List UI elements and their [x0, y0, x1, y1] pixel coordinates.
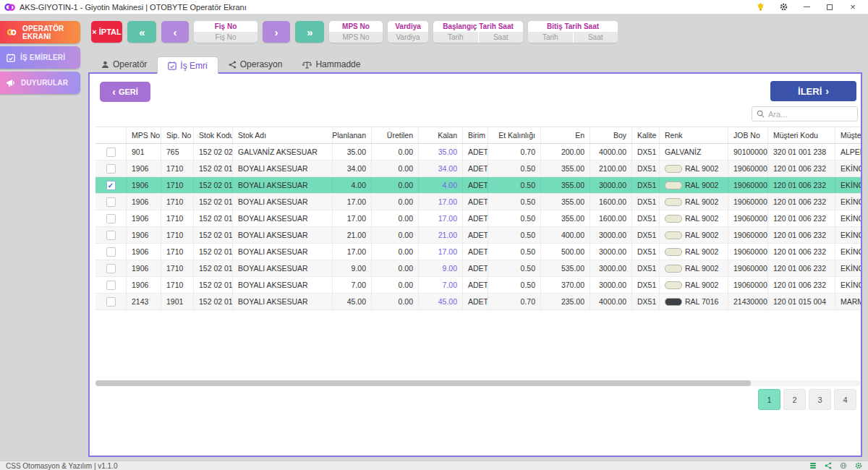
cell-boy: 4000.00 — [590, 294, 632, 309]
table-row[interactable]: ✓19061710152 02 01 001BOYALI AKSESUAR4.0… — [95, 177, 861, 194]
row-checkbox[interactable] — [106, 164, 116, 174]
gear-icon[interactable] — [855, 462, 862, 469]
color-swatch — [665, 248, 682, 256]
theme-bulb-icon[interactable] — [755, 2, 765, 12]
cell-et-kalinligi: 0.70 — [488, 144, 541, 160]
cell-kalan: 35.00 — [419, 144, 463, 160]
tab-operator[interactable]: Operatör — [91, 56, 157, 72]
chevron-left-icon: ‹ — [112, 87, 116, 97]
cell-birim: ADET — [463, 260, 488, 276]
layers-icon[interactable] — [809, 462, 817, 469]
start-datetime-label: Başlangıç Tarih Saat — [433, 21, 523, 32]
vardiya-input[interactable] — [388, 32, 428, 43]
table-row[interactable]: 19061710152 02 01 001BOYALI AKSESUAR17.0… — [95, 194, 861, 210]
row-checkbox[interactable] — [106, 231, 116, 240]
cell-musteri-kodu: 120 01 006 232 — [768, 210, 835, 226]
logo-icon — [7, 28, 17, 36]
cell-et-kalinligi: 0.50 — [488, 161, 541, 176]
col-header-musteri-kodu[interactable]: Müşteri Kodu — [768, 127, 835, 143]
page-button-4[interactable]: 4 — [834, 389, 856, 410]
col-header-kalan[interactable]: Kalan — [419, 127, 463, 143]
end-date-input[interactable] — [528, 32, 573, 43]
table-row[interactable]: 19061710152 02 01 001BOYALI AKSESUAR7.00… — [95, 277, 861, 294]
cell-kalite: DX51 — [632, 227, 660, 243]
page-button-1[interactable]: 1 — [758, 389, 780, 410]
col-header-renk[interactable]: Renk — [660, 127, 728, 143]
cell-et-kalinligi: 0.70 — [488, 294, 541, 309]
table-row[interactable]: 901765152 02 02 001GALVANİZ AKSESUAR35.0… — [95, 144, 861, 161]
cell-stok-adi: BOYALI AKSESUAR — [233, 277, 333, 293]
share-nodes-icon[interactable] — [825, 462, 832, 469]
row-checkbox[interactable] — [106, 148, 116, 157]
col-header-stok-adi[interactable]: Stok Adı — [233, 127, 333, 143]
cell-planlanan: 7.00 — [333, 277, 372, 293]
cell-select: ✓ — [95, 177, 127, 193]
start-time-input[interactable] — [479, 32, 524, 43]
maximize-button[interactable] — [825, 2, 835, 12]
table-row[interactable]: 19061710152 02 01 001BOYALI AKSESUAR17.0… — [95, 210, 861, 227]
col-header-sip-no[interactable]: Sip. No — [161, 127, 194, 143]
cancel-button[interactable]: ×İPTAL — [91, 21, 122, 43]
back-button[interactable]: ‹ GERİ — [100, 82, 150, 102]
col-header-kalite[interactable]: Kalite — [632, 127, 660, 143]
row-checkbox[interactable] — [106, 247, 116, 257]
cell-stok-adi: BOYALI AKSESUAR — [233, 210, 333, 226]
horizontal-scrollbar-thumb[interactable] — [95, 380, 751, 386]
col-header-en[interactable]: En — [541, 127, 590, 143]
cell-stok-adi: BOYALI AKSESUAR — [233, 294, 333, 309]
cell-kalan: 7.00 — [419, 277, 463, 293]
tab-operasyon[interactable]: Operasyon — [218, 56, 293, 72]
col-header-birim[interactable]: Birim — [463, 127, 488, 143]
row-checkbox[interactable] — [106, 297, 116, 307]
page-button-2[interactable]: 2 — [783, 389, 806, 410]
table-row[interactable]: 21431901152 02 01 001BOYALI AKSESUAR45.0… — [95, 294, 861, 310]
next-label: İLERİ — [798, 86, 822, 97]
fis-no-input[interactable] — [194, 32, 258, 43]
tab-is-emri[interactable]: İş Emri — [157, 56, 218, 74]
nav-first-button[interactable]: « — [127, 21, 156, 43]
col-header-stok-kodu[interactable]: Stok Kodu — [194, 127, 233, 143]
col-header-et-kalinligi[interactable]: Et Kalınlığı — [488, 127, 541, 143]
cell-select — [95, 294, 127, 309]
cell-planlanan: 17.00 — [333, 194, 372, 210]
table-row[interactable]: 19061710152 02 01 001BOYALI AKSESUAR34.0… — [95, 161, 861, 177]
nav-prev-button[interactable]: ‹ — [161, 21, 189, 43]
col-header-job-no[interactable]: JOB No — [728, 127, 768, 143]
table-row[interactable]: 19061710152 02 01 001BOYALI AKSESUAR9.00… — [95, 260, 861, 277]
cell-kalan: 45.00 — [419, 294, 463, 309]
col-header-boy[interactable]: Boy — [590, 127, 632, 143]
row-checkbox[interactable] — [106, 197, 116, 207]
tab-hammadde[interactable]: Hammadde — [292, 56, 370, 72]
table-row[interactable]: 19061710152 02 01 001BOYALI AKSESUAR21.0… — [95, 227, 861, 244]
cell-stok-adi: BOYALI AKSESUAR — [233, 177, 333, 193]
col-header-mps-no[interactable]: MPS No — [127, 127, 161, 143]
col-header-select[interactable] — [95, 127, 127, 143]
row-checkbox[interactable] — [106, 214, 116, 223]
minimize-button[interactable] — [801, 2, 812, 12]
search-input[interactable] — [768, 110, 853, 119]
col-header-musteri[interactable]: Müşteri — [835, 127, 861, 143]
sidebar-item-duyurular[interactable]: DUYURULAR — [0, 72, 80, 94]
start-date-input[interactable] — [433, 32, 478, 43]
sidebar-item-operator-ekrani[interactable]: OPERATÖR EKRANI — [0, 21, 80, 43]
sidebar-item-is-emirleri[interactable]: İŞ EMİRLERİ — [0, 46, 80, 69]
close-button[interactable]: × — [848, 2, 858, 12]
cell-stok-adi: GALVANİZ AKSESUAR — [233, 144, 333, 160]
globe-icon[interactable] — [840, 462, 847, 469]
cell-et-kalinligi: 0.50 — [488, 210, 541, 226]
next-button[interactable]: İLERİ › — [770, 81, 856, 101]
col-header-uretilen[interactable]: Üretilen — [372, 127, 419, 143]
col-header-planlanan[interactable]: Planlanan — [333, 127, 372, 143]
table-row[interactable]: 19061710152 02 01 001BOYALI AKSESUAR17.0… — [95, 244, 861, 260]
page-button-3[interactable]: 3 — [809, 389, 831, 410]
end-time-input[interactable] — [574, 32, 618, 43]
nav-next-button[interactable]: › — [263, 21, 290, 43]
settings-gear-icon[interactable] — [778, 2, 788, 12]
cell-stok-kodu: 152 02 01 001 — [194, 294, 233, 309]
nav-last-button[interactable]: » — [295, 21, 324, 43]
row-checkbox[interactable]: ✓ — [106, 181, 116, 190]
mps-no-input[interactable] — [329, 32, 383, 43]
row-checkbox[interactable] — [106, 281, 116, 290]
row-checkbox[interactable] — [106, 264, 116, 273]
calendar-icon — [7, 54, 15, 62]
